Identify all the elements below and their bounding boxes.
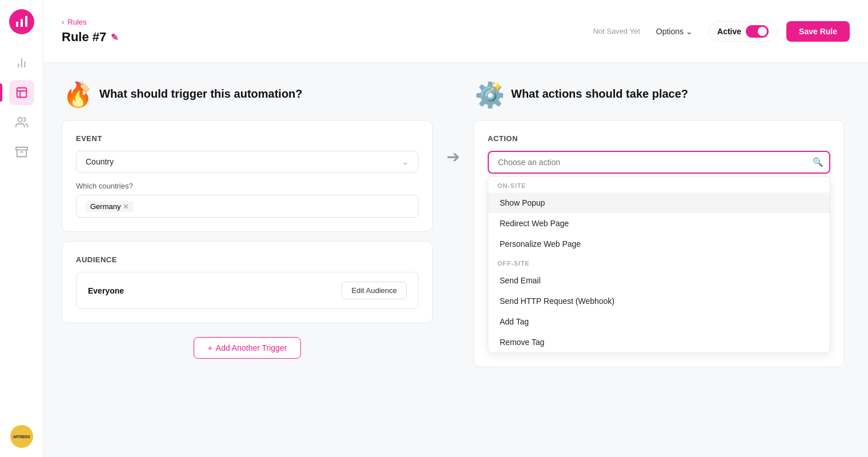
page-title: Rule #7 ✎ <box>62 30 118 45</box>
sidebar-item-audience[interactable] <box>9 110 34 135</box>
page-header: ‹ Rules Rule #7 ✎ Not Saved Yet Options … <box>43 0 868 63</box>
user-avatar[interactable]: ARTBEES <box>10 425 33 448</box>
germany-tag: Germany ✕ <box>86 201 134 212</box>
search-icon: 🔍 <box>813 157 823 167</box>
event-card: Event Country ⌄ Which countries? Germany… <box>62 120 433 232</box>
action-item-redirect[interactable]: Redirect Web Page <box>488 213 830 234</box>
header-left: ‹ Rules Rule #7 ✎ <box>62 18 118 45</box>
svg-rect-2 <box>25 16 27 27</box>
right-arrow-icon: ➔ <box>447 147 460 166</box>
sidebar-item-inbox[interactable] <box>9 139 34 165</box>
trigger-panel-title: What should trigger this automation? <box>99 87 303 101</box>
arrow-divider: ➔ <box>433 79 473 166</box>
action-item-send-email[interactable]: Send Email <box>488 270 830 291</box>
svg-point-9 <box>18 118 22 122</box>
svg-rect-10 <box>15 147 27 150</box>
edit-title-icon[interactable]: ✎ <box>111 32 118 43</box>
action-search-wrap: 🔍 <box>488 151 830 174</box>
audience-label: Audience <box>76 255 419 264</box>
options-button[interactable]: Options ⌄ <box>649 23 700 39</box>
trigger-panel-header: 🔥 🏷️ What should trigger this automation… <box>62 79 433 109</box>
sidebar-item-rules[interactable] <box>9 80 34 105</box>
plus-icon: + <box>208 343 212 352</box>
active-label: Active <box>717 27 741 36</box>
action-item-webhook[interactable]: Send HTTP Request (Webhook) <box>488 291 830 311</box>
event-label: Event <box>76 134 419 143</box>
active-toggle-container: Active <box>709 21 777 42</box>
event-select[interactable]: Country ⌄ <box>76 151 419 173</box>
action-dropdown: On-site Show Popup Redirect Web Page Per… <box>488 176 830 353</box>
logo[interactable] <box>9 9 34 34</box>
trigger-panel: 🔥 🏷️ What should trigger this automation… <box>62 79 433 359</box>
add-trigger-button[interactable]: + Add Another Trigger <box>194 337 302 359</box>
action-panel: ⚙️ ✨ What actions should take place? Act… <box>473 79 845 367</box>
action-icon: ⚙️ ✨ <box>473 79 503 109</box>
everyone-label: Everyone <box>88 286 124 295</box>
which-countries-label: Which countries? <box>76 182 419 190</box>
action-card: Action 🔍 On-site Show Popup Redirect Web… <box>473 120 845 367</box>
svg-text:🏷️: 🏷️ <box>78 81 91 93</box>
back-arrow-icon: ‹ <box>62 18 64 26</box>
header-right: Not Saved Yet Options ⌄ Active Save Rule <box>593 21 850 42</box>
breadcrumb[interactable]: ‹ Rules <box>62 18 118 26</box>
action-item-remove-tag[interactable]: Remove Tag <box>488 332 830 352</box>
svg-rect-0 <box>16 22 18 27</box>
audience-card: Audience Everyone Edit Audience <box>62 241 433 323</box>
sidebar: ARTBEES <box>0 0 43 457</box>
action-search-input[interactable] <box>488 151 830 174</box>
offsite-group-label: Off-site <box>488 254 830 270</box>
save-rule-button[interactable]: Save Rule <box>786 21 850 42</box>
edit-audience-button[interactable]: Edit Audience <box>341 282 407 299</box>
onsite-group-label: On-site <box>488 177 830 193</box>
svg-rect-6 <box>17 88 26 98</box>
save-status: Not Saved Yet <box>593 27 640 35</box>
trigger-icon: 🔥 🏷️ <box>62 79 91 109</box>
main-content: ‹ Rules Rule #7 ✎ Not Saved Yet Options … <box>43 0 868 457</box>
svg-text:✨: ✨ <box>489 81 503 93</box>
action-item-personalize[interactable]: Personalize Web Page <box>488 234 830 254</box>
action-panel-title: What actions should take place? <box>511 87 688 101</box>
chevron-down-icon: ⌄ <box>402 157 409 166</box>
svg-rect-1 <box>21 19 23 27</box>
audience-inner: Everyone Edit Audience <box>76 272 419 309</box>
content-area: 🔥 🏷️ What should trigger this automation… <box>43 63 868 457</box>
active-toggle[interactable] <box>746 25 769 38</box>
sidebar-item-analytics[interactable] <box>9 50 34 75</box>
country-tag-input[interactable]: Germany ✕ <box>76 195 419 218</box>
remove-tag-icon[interactable]: ✕ <box>123 202 129 211</box>
action-item-add-tag[interactable]: Add Tag <box>488 311 830 332</box>
sidebar-bottom: ARTBEES <box>10 425 33 448</box>
action-label: Action <box>488 134 830 143</box>
action-panel-header: ⚙️ ✨ What actions should take place? <box>473 79 845 109</box>
action-item-show-popup[interactable]: Show Popup <box>488 193 830 213</box>
chevron-down-icon: ⌄ <box>686 27 693 36</box>
